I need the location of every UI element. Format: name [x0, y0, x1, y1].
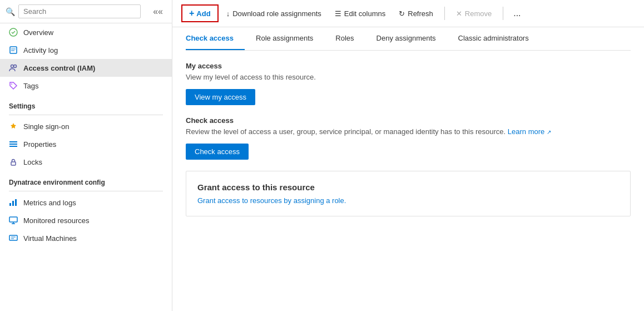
plus-icon: +	[189, 8, 194, 18]
tab-role-assignments[interactable]: Role assignments	[245, 27, 324, 50]
tab-label: Role assignments	[256, 34, 313, 42]
svg-rect-7	[9, 146, 17, 147]
svg-rect-10	[12, 201, 14, 206]
svg-rect-11	[15, 199, 17, 206]
sidebar-item-properties[interactable]: Properties	[0, 135, 172, 153]
sidebar-item-label: Metrics and logs	[23, 199, 76, 207]
tab-roles[interactable]: Roles	[324, 27, 365, 50]
sidebar-item-label: Properties	[23, 140, 56, 149]
my-access-title: My access	[186, 62, 631, 70]
sidebar-item-label: Tags	[23, 82, 38, 90]
edit-columns-button[interactable]: ☰ Edit columns	[329, 7, 391, 21]
vm-icon	[9, 234, 18, 243]
tabs-bar: Check access Role assignments Roles Deny…	[186, 27, 631, 51]
refresh-label: Refresh	[408, 9, 433, 18]
svg-point-4	[11, 83, 12, 85]
sidebar-item-label: Locks	[23, 158, 42, 166]
overview-icon	[9, 28, 18, 37]
content-area: Check access Role assignments Roles Deny…	[172, 27, 644, 311]
grant-access-box: Grant access to this resource Grant acce…	[186, 171, 631, 216]
dynatrace-divider	[9, 191, 163, 191]
svg-rect-5	[9, 141, 17, 142]
sidebar-item-label: Overview	[23, 28, 53, 37]
tab-check-access[interactable]: Check access	[186, 27, 245, 50]
download-label: Download role assignments	[232, 9, 321, 18]
sidebar-item-label: Virtual Machines	[23, 234, 77, 243]
toolbar-separator-2	[503, 7, 503, 20]
download-button[interactable]: ↓ Download role assignments	[221, 7, 327, 21]
sidebar-item-label: Access control (IAM)	[23, 64, 95, 72]
check-access-title: Check access	[186, 116, 631, 125]
metrics-icon	[9, 198, 18, 207]
add-label: Add	[196, 9, 210, 18]
sidebar-item-monitored[interactable]: Monitored resources	[0, 211, 172, 229]
check-access-description: Review the level of access a user, group…	[186, 127, 631, 137]
tab-label: Classic administrators	[458, 34, 529, 42]
search-input[interactable]	[18, 4, 141, 18]
sidebar-item-activity-log[interactable]: Activity log	[0, 41, 172, 59]
properties-icon	[9, 140, 18, 149]
refresh-icon: ↻	[399, 9, 405, 18]
remove-label: Remove	[465, 9, 492, 18]
grant-access-description: Grant access to resources by assigning a…	[197, 196, 619, 205]
check-access-section: Check access Review the level of access …	[186, 116, 631, 160]
activity-log-icon	[9, 46, 18, 55]
svg-rect-1	[10, 47, 17, 53]
learn-more-label: Learn more	[508, 127, 544, 136]
edit-columns-label: Edit columns	[344, 9, 385, 18]
check-access-desc-text: Review the level of access a user, group…	[186, 127, 506, 136]
more-button[interactable]: ...	[509, 6, 525, 21]
svg-rect-12	[9, 217, 17, 222]
sidebar-item-sso[interactable]: Single sign-on	[0, 117, 172, 135]
columns-icon: ☰	[335, 9, 341, 18]
learn-more-link[interactable]: Learn more ↗	[508, 127, 551, 136]
my-access-description: View my level of access to this resource…	[186, 72, 631, 82]
main-content: + Add ↓ Download role assignments ☰ Edit…	[172, 0, 644, 311]
dynatrace-section-label: Dynatrace environment config	[0, 171, 172, 189]
toolbar: + Add ↓ Download role assignments ☰ Edit…	[172, 0, 644, 27]
svg-rect-6	[9, 144, 17, 145]
sidebar-item-iam[interactable]: Access control (IAM)	[0, 59, 172, 77]
svg-rect-13	[9, 235, 17, 240]
remove-button[interactable]: ✕ Remove	[450, 7, 497, 21]
download-icon: ↓	[226, 9, 230, 18]
tab-label: Check access	[186, 34, 234, 42]
tab-label: Roles	[335, 34, 354, 42]
sidebar-item-locks[interactable]: Locks	[0, 153, 172, 171]
check-access-button[interactable]: Check access	[186, 144, 249, 160]
refresh-button[interactable]: ↻ Refresh	[393, 7, 439, 21]
sidebar-item-vms[interactable]: Virtual Machines	[0, 229, 172, 247]
iam-icon	[9, 63, 18, 72]
toolbar-separator	[444, 7, 445, 20]
settings-section-label: Settings	[0, 95, 172, 112]
sidebar-item-label: Activity log	[23, 46, 58, 55]
tab-classic-administrators[interactable]: Classic administrators	[447, 27, 540, 50]
locks-icon	[9, 157, 18, 166]
search-icon: 🔍	[6, 7, 15, 16]
grant-access-title: Grant access to this resource	[197, 182, 619, 192]
svg-rect-8	[11, 162, 16, 165]
tags-icon	[9, 81, 18, 90]
tab-label: Deny assignments	[377, 34, 436, 42]
sidebar: 🔍 «« Overview Activity log Access contro…	[0, 0, 172, 311]
svg-rect-9	[9, 203, 11, 206]
view-my-access-button[interactable]: View my access	[186, 89, 255, 105]
sidebar-item-label: Single sign-on	[23, 122, 69, 131]
tab-deny-assignments[interactable]: Deny assignments	[365, 27, 447, 50]
sidebar-item-label: Monitored resources	[23, 216, 90, 225]
sidebar-item-overview[interactable]: Overview	[0, 23, 172, 41]
svg-point-3	[14, 65, 17, 68]
external-link-icon: ↗	[547, 129, 551, 135]
collapse-button[interactable]: ««	[150, 6, 166, 18]
monitored-icon	[9, 216, 18, 225]
sidebar-item-metrics[interactable]: Metrics and logs	[0, 194, 172, 211]
remove-icon: ✕	[456, 9, 462, 18]
my-access-section: My access View my level of access to thi…	[186, 62, 631, 105]
sidebar-item-tags[interactable]: Tags	[0, 77, 172, 95]
sso-icon	[9, 122, 18, 131]
add-button[interactable]: + Add	[181, 4, 219, 22]
settings-divider	[9, 115, 163, 115]
search-box: 🔍 ««	[0, 0, 172, 23]
more-icon: ...	[513, 8, 521, 18]
